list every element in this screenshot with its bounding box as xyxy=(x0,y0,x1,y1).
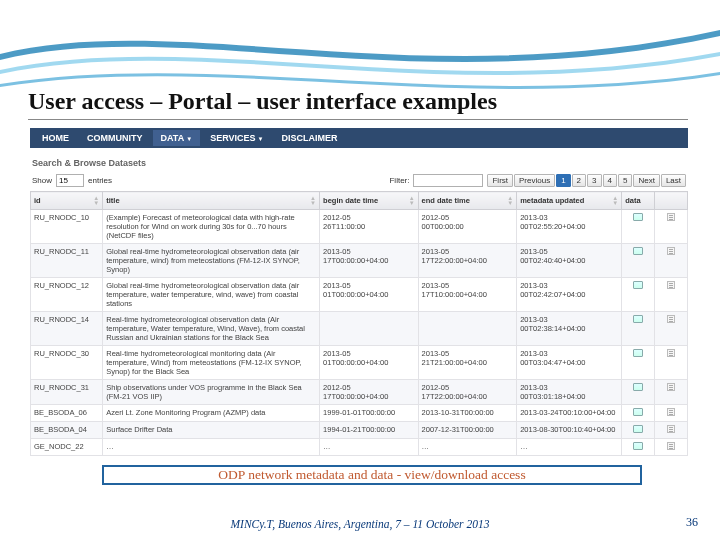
col-title[interactable]: title▲▼ xyxy=(103,192,320,210)
section-heading: Search & Browse Datasets xyxy=(32,158,688,168)
filter-label: Filter: xyxy=(389,176,409,185)
cell-meta: 2013-0300T02:42:07+04:00 xyxy=(517,278,622,312)
cell-meta: … xyxy=(517,439,622,456)
cell-begin: 1994-01-21T00:00:00 xyxy=(320,422,419,439)
page-3-button[interactable]: 3 xyxy=(587,174,601,187)
view-data-icon[interactable] xyxy=(633,425,643,433)
cell-id: RU_RNODC_14 xyxy=(31,312,103,346)
cell-end xyxy=(418,312,517,346)
cell-end: 2007-12-31T00:00:00 xyxy=(418,422,517,439)
cell-begin: 2012-0526T11:00:00 xyxy=(320,210,419,244)
nav-data-label: DATA xyxy=(161,133,185,143)
cell-begin: 2013-0517T00:00:00+04:00 xyxy=(320,244,419,278)
entries-label: entries xyxy=(88,176,112,185)
view-data-icon[interactable] xyxy=(633,247,643,255)
view-data-icon[interactable] xyxy=(633,442,643,450)
cell-meta: 2013-0300T02:38:14+04:00 xyxy=(517,312,622,346)
page-1-button[interactable]: 1 xyxy=(556,174,570,187)
dataset-table: id▲▼ title▲▼ begin date time▲▼ end date … xyxy=(30,191,688,456)
cell-end: 2012-0500T00:00:00 xyxy=(418,210,517,244)
col-id[interactable]: id▲▼ xyxy=(31,192,103,210)
col-data[interactable]: data xyxy=(622,192,655,210)
cell-id: GE_NODC_22 xyxy=(31,439,103,456)
cell-end: 2013-10-31T00:00:00 xyxy=(418,405,517,422)
download-icon[interactable] xyxy=(667,247,675,255)
view-data-icon[interactable] xyxy=(633,315,643,323)
page-4-button[interactable]: 4 xyxy=(603,174,617,187)
table-row: RU_RNODC_12Global real-time hydrometeoro… xyxy=(31,278,688,312)
cell-id: BE_BSODA_04 xyxy=(31,422,103,439)
download-icon[interactable] xyxy=(667,442,675,450)
nav-community[interactable]: COMMUNITY xyxy=(79,130,151,146)
table-row: RU_RNODC_14Real-time hydrometeorological… xyxy=(31,312,688,346)
cell-meta: 2013-08-30T00:10:40+04:00 xyxy=(517,422,622,439)
nav-home[interactable]: HOME xyxy=(34,130,77,146)
cell-title: Global real-time hydrometeorological obs… xyxy=(103,278,320,312)
cell-id: RU_RNODC_11 xyxy=(31,244,103,278)
download-icon[interactable] xyxy=(667,383,675,391)
page-previous-button[interactable]: Previous xyxy=(514,174,555,187)
col-end[interactable]: end date time▲▼ xyxy=(418,192,517,210)
cell-title: Ship observations under VOS programme in… xyxy=(103,380,320,405)
cell-begin: 2013-0501T00:00:00+04:00 xyxy=(320,278,419,312)
view-data-icon[interactable] xyxy=(633,213,643,221)
main-nav: HOME COMMUNITY DATA▼ SERVICES▼ DISCLAIME… xyxy=(30,128,688,148)
cell-meta: 2013-0300T03:04:47+04:00 xyxy=(517,346,622,380)
table-row: RU_RNODC_30Real-time hydrometeorological… xyxy=(31,346,688,380)
chevron-down-icon: ▼ xyxy=(257,136,263,142)
sort-icon: ▲▼ xyxy=(93,196,99,206)
chevron-down-icon: ▼ xyxy=(186,136,192,142)
cell-title: Surface Drifter Data xyxy=(103,422,320,439)
download-icon[interactable] xyxy=(667,349,675,357)
cell-id: RU_RNODC_30 xyxy=(31,346,103,380)
table-row: RU_RNODC_10(Example) Forecast of meteoro… xyxy=(31,210,688,244)
callout-box: ODP network metadata and data - view/dow… xyxy=(102,465,642,485)
download-icon[interactable] xyxy=(667,213,675,221)
pagination: First Previous 1 2 3 4 5 Next Last xyxy=(487,174,686,187)
cell-title: Azeri Lt. Zone Monitoring Program (AZMP)… xyxy=(103,405,320,422)
page-last-button[interactable]: Last xyxy=(661,174,686,187)
page-first-button[interactable]: First xyxy=(487,174,513,187)
view-data-icon[interactable] xyxy=(633,349,643,357)
cell-begin: … xyxy=(320,439,419,456)
nav-services-label: SERVICES xyxy=(210,133,255,143)
cell-meta: 2013-0500T02:40:40+04:00 xyxy=(517,244,622,278)
page-5-button[interactable]: 5 xyxy=(618,174,632,187)
view-data-icon[interactable] xyxy=(633,383,643,391)
cell-title: Global real-time hydrometeorological obs… xyxy=(103,244,320,278)
cell-end: 2013-0517T22:00:00+04:00 xyxy=(418,244,517,278)
cell-id: RU_RNODC_12 xyxy=(31,278,103,312)
portal-screenshot: HOME COMMUNITY DATA▼ SERVICES▼ DISCLAIME… xyxy=(30,128,688,488)
show-label: Show xyxy=(32,176,52,185)
filter-input[interactable] xyxy=(413,174,483,187)
page-2-button[interactable]: 2 xyxy=(572,174,586,187)
cell-title: (Example) Forecast of meteorological dat… xyxy=(103,210,320,244)
download-icon[interactable] xyxy=(667,315,675,323)
nav-services[interactable]: SERVICES▼ xyxy=(202,130,271,146)
download-icon[interactable] xyxy=(667,281,675,289)
cell-id: RU_RNODC_31 xyxy=(31,380,103,405)
cell-id: RU_RNODC_10 xyxy=(31,210,103,244)
col-meta[interactable]: metadata updated▲▼ xyxy=(517,192,622,210)
col-blank xyxy=(655,192,688,210)
sort-icon: ▲▼ xyxy=(507,196,513,206)
cell-id: BE_BSODA_06 xyxy=(31,405,103,422)
nav-data[interactable]: DATA▼ xyxy=(153,130,201,146)
cell-end: 2013-0517T10:00:00+04:00 xyxy=(418,278,517,312)
entries-select[interactable] xyxy=(56,174,84,187)
download-icon[interactable] xyxy=(667,425,675,433)
page-next-button[interactable]: Next xyxy=(633,174,659,187)
table-header-row: id▲▼ title▲▼ begin date time▲▼ end date … xyxy=(31,192,688,210)
view-data-icon[interactable] xyxy=(633,408,643,416)
download-icon[interactable] xyxy=(667,408,675,416)
cell-begin: 2013-0501T00:00:00+04:00 xyxy=(320,346,419,380)
cell-begin: 2012-0517T00:00:00+04:00 xyxy=(320,380,419,405)
table-row: GE_NODC_22………… xyxy=(31,439,688,456)
view-data-icon[interactable] xyxy=(633,281,643,289)
cell-meta: 2013-0300T02:55:20+04:00 xyxy=(517,210,622,244)
table-row: BE_BSODA_06Azeri Lt. Zone Monitoring Pro… xyxy=(31,405,688,422)
col-begin[interactable]: begin date time▲▼ xyxy=(320,192,419,210)
nav-disclaimer[interactable]: DISCLAIMER xyxy=(273,130,345,146)
cell-begin: 1999-01-01T00:00:00 xyxy=(320,405,419,422)
sort-icon: ▲▼ xyxy=(409,196,415,206)
